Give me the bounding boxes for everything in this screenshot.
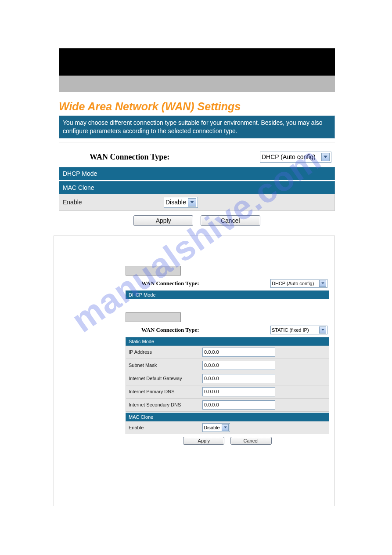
header-black-band xyxy=(59,48,335,76)
default-gateway-input[interactable] xyxy=(202,374,275,383)
wan-connection-type-select-dhcp[interactable]: DHCP (Auto config) xyxy=(270,279,327,288)
mac-clone-enable-value: Disable xyxy=(204,425,220,430)
sub-gray-box-1 xyxy=(126,266,181,276)
dhcp-mode-bar: DHCP Mode xyxy=(59,167,335,180)
primary-dns-row: Internet Primary DNS xyxy=(126,385,329,399)
wan-connection-type-label: WAN Connection Type: xyxy=(141,326,199,334)
primary-dns-input[interactable] xyxy=(202,387,275,396)
mac-clone-bar: MAC Clone xyxy=(126,413,329,421)
subnet-mask-row: Subnet Mask xyxy=(126,359,329,372)
enable-label: Enable xyxy=(129,425,202,430)
sub-gray-box-2 xyxy=(126,312,181,322)
wan-connection-type-value: DHCP (Auto config) xyxy=(272,281,317,286)
nested-screenshot-panel: WAN Connection Type: DHCP (Auto config) … xyxy=(54,236,335,506)
chevron-down-icon xyxy=(222,424,229,431)
subnet-mask-input[interactable] xyxy=(202,361,275,370)
default-gateway-label: Internet Default Gateway xyxy=(129,376,202,381)
ip-address-input[interactable] xyxy=(202,348,275,357)
wan-connection-type-value: DHCP (Auto config) xyxy=(262,153,319,160)
chevron-down-icon xyxy=(188,198,196,207)
wan-connection-type-value: STATIC (fixed IP) xyxy=(272,327,317,333)
chevron-down-icon xyxy=(321,153,330,161)
static-mode-bar: Static Mode xyxy=(126,337,329,346)
chevron-down-icon xyxy=(319,280,326,287)
mac-clone-enable-select[interactable]: Disable xyxy=(202,423,230,432)
sidebar-column xyxy=(54,236,120,506)
secondary-dns-label: Internet Secondary DNS xyxy=(129,402,202,407)
secondary-dns-row: Internet Secondary DNS xyxy=(126,399,329,412)
wan-connection-type-select-static[interactable]: STATIC (fixed IP) xyxy=(270,326,327,334)
wan-connection-type-select[interactable]: DHCP (Auto config) xyxy=(260,152,331,163)
wan-connection-type-label: WAN Connection Type: xyxy=(141,280,199,287)
mac-clone-enable-select[interactable]: Disable xyxy=(164,197,198,208)
default-gateway-row: Internet Default Gateway xyxy=(126,372,329,385)
page-title: Wide Area Network (WAN) Settings xyxy=(59,100,335,113)
enable-label: Enable xyxy=(63,199,164,206)
cancel-button[interactable]: Cancel xyxy=(230,437,272,445)
mac-clone-enable-row: Enable Disable xyxy=(126,421,329,434)
cancel-button[interactable]: Cancel xyxy=(201,215,260,226)
ip-address-row: IP Address xyxy=(126,346,329,359)
description-box: You may choose different connection type… xyxy=(59,116,335,138)
wan-connection-type-label: WAN Connection Type: xyxy=(90,152,169,162)
ip-address-label: IP Address xyxy=(129,349,202,355)
apply-button[interactable]: Apply xyxy=(183,437,224,445)
primary-dns-label: Internet Primary DNS xyxy=(129,389,202,394)
mac-clone-enable-row: Enable Disable xyxy=(59,194,335,211)
subnet-mask-label: Subnet Mask xyxy=(129,363,202,368)
header-gray-band xyxy=(59,76,335,92)
chevron-down-icon xyxy=(319,326,326,334)
secondary-dns-input[interactable] xyxy=(202,400,275,410)
mac-clone-bar: MAC Clone xyxy=(59,181,335,194)
mac-clone-enable-value: Disable xyxy=(165,199,186,206)
dhcp-mode-bar: DHCP Mode xyxy=(126,290,329,299)
apply-button[interactable]: Apply xyxy=(133,215,193,226)
